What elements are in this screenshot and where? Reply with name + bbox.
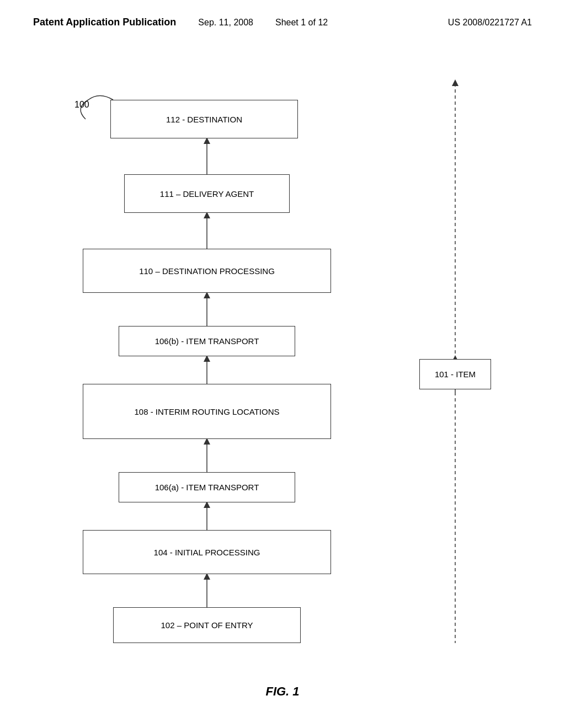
sheet-info: Sheet 1 of 12 [275,18,328,28]
publication-date: Sep. 11, 2008 [198,18,253,28]
box-point-of-entry: 102 – POINT OF ENTRY [113,607,301,643]
box-item-transport-b: 106(b) - ITEM TRANSPORT [119,326,295,356]
header: Patent Application Publication Sep. 11, … [33,17,532,34]
diagram: 100 112 - DESTINATION 111 – DELIVERY AGE… [33,67,532,673]
figure-label: FIG. 1 [33,684,532,699]
box-destination-processing: 110 – DESTINATION PROCESSING [83,249,331,293]
box-interim-routing: 108 - INTERIM ROUTING LOCATIONS [83,384,331,439]
box-delivery-agent: 111 – DELIVERY AGENT [124,174,290,213]
box-item-transport-a: 106(a) - ITEM TRANSPORT [119,472,295,502]
box-destination: 112 - DESTINATION [110,100,298,138]
diagram-label-100: 100 [74,100,89,110]
svg-marker-15 [452,79,459,86]
patent-number: US 2008/0221727 A1 [448,18,532,28]
box-item: 101 - ITEM [419,359,491,389]
publication-title: Patent Application Publication [33,17,176,28]
box-initial-processing: 104 - INITIAL PROCESSING [83,530,331,574]
page: Patent Application Publication Sep. 11, … [0,0,565,728]
